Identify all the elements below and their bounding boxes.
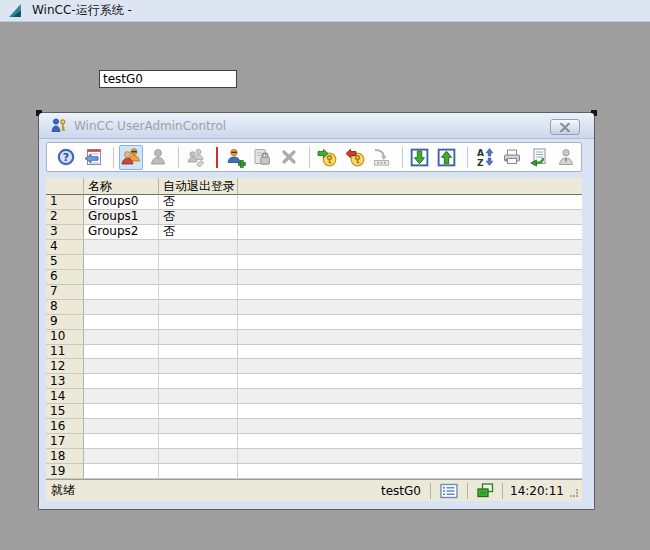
close-button[interactable] xyxy=(550,119,580,135)
table-row[interactable]: 3Groups2否 xyxy=(46,225,582,240)
table-row[interactable]: 6 xyxy=(46,270,582,285)
cell-name xyxy=(84,464,159,479)
operator-icon xyxy=(556,147,576,167)
window-titlebar: WinCC-运行系统 - xyxy=(0,0,650,22)
table-row[interactable]: 8 xyxy=(46,300,582,315)
table-row[interactable]: 12 xyxy=(46,359,582,374)
cell-filler xyxy=(238,270,582,285)
toolbar-separator xyxy=(402,147,403,168)
table-row[interactable]: 15 xyxy=(46,404,582,419)
restore-button[interactable] xyxy=(527,145,551,170)
window-title: WinCC-运行系统 - xyxy=(32,2,132,19)
table-row[interactable]: 14 xyxy=(46,389,582,404)
operator-button[interactable] xyxy=(554,145,578,170)
cell-name xyxy=(84,449,159,464)
cell-auto_logout xyxy=(159,300,238,315)
header-name[interactable]: 名称 xyxy=(84,178,159,195)
cell-num: 6 xyxy=(46,270,84,285)
cell-auto_logout xyxy=(159,374,238,389)
wincc-logo-icon xyxy=(8,3,23,18)
header-auto-logout[interactable]: 自动退出登录 xyxy=(159,178,238,195)
cell-num: 2 xyxy=(46,210,84,225)
table-row[interactable]: 1Groups0否 xyxy=(46,195,582,210)
print-button[interactable] xyxy=(500,145,524,170)
cell-auto_logout xyxy=(159,404,238,419)
lock-user-button[interactable] xyxy=(250,145,274,170)
edit-user-icon xyxy=(186,147,206,167)
change-password-button[interactable] xyxy=(370,145,394,170)
cell-filler xyxy=(238,285,582,300)
configuration-dialog-button[interactable] xyxy=(81,145,105,170)
status-current-user: testG0 xyxy=(338,484,430,498)
network-status-icon xyxy=(476,483,494,499)
delete-user-button[interactable] xyxy=(277,145,301,170)
resize-grip[interactable] xyxy=(567,480,582,501)
header-filler xyxy=(238,178,582,195)
delete-icon xyxy=(279,147,299,167)
add-user-button[interactable] xyxy=(223,145,247,170)
import-icon xyxy=(436,147,457,168)
cell-num: 1 xyxy=(46,195,84,210)
table-row[interactable]: 2Groups1否 xyxy=(46,210,582,225)
cell-auto_logout xyxy=(159,419,238,434)
cell-filler xyxy=(238,389,582,404)
status-network-pane[interactable] xyxy=(468,483,502,499)
cell-name xyxy=(84,359,159,374)
table-row[interactable]: 7 xyxy=(46,285,582,300)
status-list-pane[interactable] xyxy=(431,483,467,499)
header-row-number[interactable] xyxy=(46,178,84,195)
group-name-input[interactable] xyxy=(99,70,237,88)
help-button[interactable]: ? xyxy=(54,145,78,170)
cell-filler xyxy=(238,359,582,374)
add-user-icon xyxy=(225,147,246,168)
table-row[interactable]: 5 xyxy=(46,255,582,270)
logout-button[interactable] xyxy=(342,145,366,170)
export-button[interactable] xyxy=(408,145,432,170)
edit-user-button[interactable] xyxy=(184,145,208,170)
group-view-button[interactable] xyxy=(119,145,143,170)
cell-auto_logout xyxy=(159,270,238,285)
table-row[interactable]: 9 xyxy=(46,315,582,330)
user-view-button[interactable] xyxy=(146,145,170,170)
restore-icon xyxy=(529,147,549,167)
cell-auto_logout: 否 xyxy=(159,195,238,210)
print-icon xyxy=(502,147,522,167)
table-row[interactable]: 16 xyxy=(46,419,582,434)
cell-auto_logout xyxy=(159,345,238,360)
table-row[interactable]: 17 xyxy=(46,434,582,449)
cell-auto_logout xyxy=(159,330,238,345)
table-row[interactable]: 13 xyxy=(46,374,582,389)
table-row[interactable]: 18 xyxy=(46,449,582,464)
table-header-row: 名称 自动退出登录 xyxy=(46,178,582,195)
cell-auto_logout xyxy=(159,315,238,330)
table-row[interactable]: 10 xyxy=(46,330,582,345)
import-button[interactable] xyxy=(435,145,459,170)
cell-filler xyxy=(238,464,582,479)
export-icon xyxy=(409,147,430,168)
login-button[interactable] xyxy=(315,145,339,170)
cell-name xyxy=(84,330,159,345)
cell-num: 12 xyxy=(46,359,84,374)
cell-filler xyxy=(238,315,582,330)
cell-filler xyxy=(238,345,582,360)
cell-name xyxy=(84,404,159,419)
cell-filler xyxy=(238,225,582,240)
sort-button[interactable]: A Z xyxy=(473,145,497,170)
dialog-titlebar[interactable]: WinCC UserAdminControl xyxy=(39,113,594,139)
cell-auto_logout xyxy=(159,449,238,464)
cell-name xyxy=(84,434,159,449)
cell-name: Groups0 xyxy=(84,195,159,210)
cell-name xyxy=(84,255,159,270)
table-row[interactable]: 4 xyxy=(46,240,582,255)
cell-auto_logout xyxy=(159,255,238,270)
cell-auto_logout: 否 xyxy=(159,225,238,240)
sort-az-icon: A Z xyxy=(475,147,495,167)
status-time: 14:20:11 xyxy=(503,484,567,498)
cell-name: Groups2 xyxy=(84,225,159,240)
table-row[interactable]: 19 xyxy=(46,464,582,479)
toolbar-separator xyxy=(178,147,179,168)
cell-filler xyxy=(238,210,582,225)
table-row[interactable]: 11 xyxy=(46,345,582,360)
cell-filler xyxy=(238,300,582,315)
cell-name xyxy=(84,285,159,300)
